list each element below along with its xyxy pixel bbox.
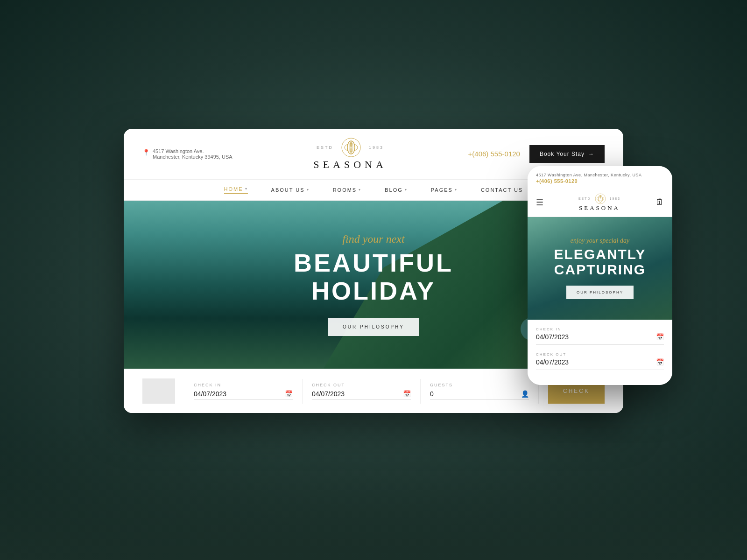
nav-pages-label: PAGES bbox=[431, 187, 453, 193]
check-out-label: CHECK OUT bbox=[312, 383, 411, 387]
hero-subtitle: find your next bbox=[342, 233, 404, 245]
mobile-hero-subtitle: enjoy your special day bbox=[571, 237, 629, 245]
check-in-calendar-icon: 📅 bbox=[285, 390, 293, 398]
guests-person-icon: 👤 bbox=[521, 390, 529, 398]
guests-label: GUESTS bbox=[430, 383, 529, 387]
nav-about-chevron: ▾ bbox=[307, 188, 310, 192]
mobile-header: ☰ ESTD 1983 SEASONA 🗓 bbox=[528, 189, 672, 217]
nav-rooms-label: ROOMS bbox=[333, 187, 357, 193]
nav-contact-label: CONTACT US bbox=[481, 187, 523, 193]
scene-container: 📍 4517 Washington Ave. Manchester, Kentu… bbox=[47, 129, 700, 413]
mobile-logo-name: SEASONA bbox=[579, 204, 620, 212]
logo-icon bbox=[341, 137, 361, 158]
background-palms bbox=[0, 420, 747, 560]
hero-title: BEAUTIFUL HOLIDAY bbox=[294, 249, 453, 305]
check-in-field[interactable]: CHECK IN 04/07/2023 📅 bbox=[184, 379, 303, 404]
check-in-value-row: 04/07/2023 📅 bbox=[194, 390, 293, 400]
check-out-value-row: 04/07/2023 📅 bbox=[312, 390, 411, 400]
mobile-calendar-icon[interactable]: 🗓 bbox=[655, 197, 664, 207]
mobile-hero-title: ELEGANTLY CAPTURING bbox=[554, 246, 646, 277]
nav-about-label: ABOUT US bbox=[271, 187, 305, 193]
hero-cta-button[interactable]: OUR PHILOSOPHY bbox=[328, 318, 419, 336]
mobile-top-bar: 4517 Washington Ave. Manchester, Kentuck… bbox=[528, 166, 672, 189]
nav-pages-chevron: ▾ bbox=[455, 188, 458, 192]
mobile-check-in-date: 04/07/2023 bbox=[536, 333, 569, 341]
nav-item-pages[interactable]: PAGES ▾ bbox=[431, 187, 458, 193]
check-in-date: 04/07/2023 bbox=[194, 390, 226, 398]
nav-blog-label: BLOG bbox=[385, 187, 403, 193]
nav-blog-chevron: ▾ bbox=[405, 188, 408, 192]
book-btn-arrow: → bbox=[588, 151, 594, 157]
mobile-logo-year: 1983 bbox=[610, 197, 621, 200]
logo-year-text: 1983 bbox=[369, 145, 384, 150]
address-block: 📍 4517 Washington Ave. Manchester, Kentu… bbox=[142, 148, 233, 160]
nav-item-about[interactable]: ABOUT US ▾ bbox=[271, 187, 310, 193]
mobile-check-out-label: CHECK OUT bbox=[536, 352, 664, 357]
logo-estd-text: ESTD bbox=[317, 145, 333, 150]
phone-number[interactable]: +(406) 555-0120 bbox=[468, 150, 520, 158]
mobile-logo: ESTD 1983 SEASONA bbox=[578, 193, 620, 212]
mobile-logo-estd-row: ESTD 1983 bbox=[578, 193, 620, 204]
hamburger-menu-icon[interactable]: ☰ bbox=[536, 197, 543, 208]
mobile-check-in-label: CHECK IN bbox=[536, 327, 664, 331]
guests-value-row: 0 👤 bbox=[430, 390, 529, 400]
address-line2: Manchester, Kentucky 39495, USA bbox=[153, 154, 233, 160]
mobile-logo-estd: ESTD bbox=[578, 197, 591, 200]
nav-rooms-chevron: ▾ bbox=[359, 188, 361, 192]
address-line1: 4517 Washington Ave. bbox=[153, 148, 233, 154]
mobile-address: 4517 Washington Ave. Manchester, Kentuck… bbox=[536, 173, 664, 177]
book-btn-label: Book Your Stay bbox=[540, 151, 585, 157]
nav-item-contact[interactable]: CONTACT US bbox=[481, 187, 523, 193]
guests-count: 0 bbox=[430, 390, 434, 398]
mobile-check-out-date: 04/07/2023 bbox=[536, 358, 569, 366]
nav-home-chevron: ▾ bbox=[245, 187, 248, 191]
hero-title-line1: BEAUTIFUL bbox=[294, 249, 453, 277]
book-stay-button[interactable]: Book Your Stay → bbox=[529, 145, 605, 163]
nav-item-rooms[interactable]: ROOMS ▾ bbox=[333, 187, 362, 193]
mobile-hero-cta-button[interactable]: OUR PHILOSOPHY bbox=[566, 286, 634, 299]
mobile-check-in-calendar-icon: 📅 bbox=[656, 333, 664, 341]
logo-estd-row: ESTD 1983 bbox=[317, 137, 384, 158]
mobile-check-out-field[interactable]: CHECK OUT 04/07/2023 📅 bbox=[536, 352, 664, 370]
check-out-date: 04/07/2023 bbox=[312, 390, 345, 398]
nav-item-blog[interactable]: BLOG ▾ bbox=[385, 187, 408, 193]
check-in-label: CHECK IN bbox=[194, 383, 293, 387]
mobile-logo-icon bbox=[595, 193, 606, 204]
mobile-hero-title-line1: ELEGANTLY bbox=[554, 246, 646, 262]
check-out-calendar-icon: 📅 bbox=[403, 390, 411, 398]
header-right: +(406) 555-0120 Book Your Stay → bbox=[468, 145, 605, 163]
mobile-check-out-value-row: 04/07/2023 📅 bbox=[536, 358, 664, 366]
guests-field[interactable]: GUESTS 0 👤 bbox=[421, 379, 539, 404]
location-icon: 📍 bbox=[142, 149, 150, 156]
desktop-logo: ESTD 1983 SEASONA bbox=[313, 137, 387, 171]
check-out-field[interactable]: CHECK OUT 04/07/2023 📅 bbox=[303, 379, 421, 404]
mobile-check-in-value-row: 04/07/2023 📅 bbox=[536, 333, 664, 341]
logo-name: SEASONA bbox=[313, 159, 387, 171]
mobile-mockup: 4517 Washington Ave. Manchester, Kentuck… bbox=[528, 166, 672, 385]
mobile-hero: enjoy your special day ELEGANTLY CAPTURI… bbox=[528, 217, 672, 320]
mobile-check-out-calendar-icon: 📅 bbox=[656, 358, 664, 366]
hero-title-line2: HOLIDAY bbox=[294, 277, 453, 305]
mobile-check-in-field[interactable]: CHECK IN 04/07/2023 📅 bbox=[536, 327, 664, 345]
mobile-phone[interactable]: +(406) 555-0120 bbox=[536, 178, 664, 184]
nav-item-home[interactable]: HOME ▾ bbox=[224, 186, 248, 194]
nav-home-label: HOME bbox=[224, 186, 243, 192]
mobile-hero-content: enjoy your special day ELEGANTLY CAPTURI… bbox=[528, 217, 672, 320]
mobile-booking: CHECK IN 04/07/2023 📅 CHECK OUT 04/07/20… bbox=[528, 320, 672, 385]
booking-left-tab bbox=[142, 378, 175, 404]
mobile-hero-title-line2: CAPTURING bbox=[554, 262, 646, 277]
